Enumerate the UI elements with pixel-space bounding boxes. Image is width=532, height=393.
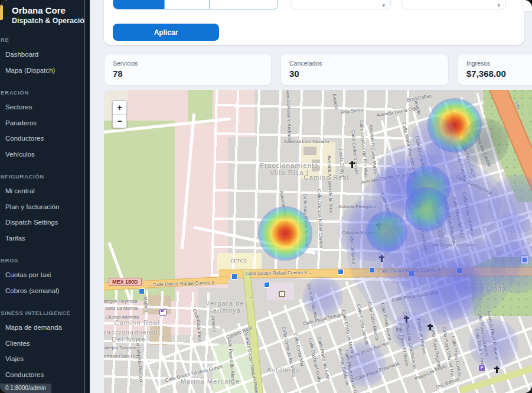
- street-label: ←: [249, 294, 254, 300]
- sidebar-item-vehículos[interactable]: Vehículos: [0, 147, 90, 163]
- neighborhood-label: Fraccionamiento Del Norte: [104, 329, 158, 343]
- app-window: ▾ ▾ Aplicar Servicios78Cancelados30Ingre…: [0, 0, 532, 393]
- sidebar-item-paraderos[interactable]: Paraderos: [0, 115, 90, 131]
- supermarket-cart-icon: [159, 309, 167, 316]
- bus-stop-icon: [139, 288, 145, 294]
- sidebar-item-tarifas[interactable]: Tarifas: [0, 230, 90, 246]
- sidebar-section-label: BROS: [0, 253, 90, 267]
- church-cross-icon: [406, 316, 407, 323]
- segment-middle[interactable]: [164, 0, 210, 9]
- app-subtitle: Dispatch & Operación: [0, 16, 90, 25]
- neighborhood-label: Playa Linda: [465, 285, 507, 292]
- church-cross-icon: [351, 161, 353, 168]
- street-label: CETCS: [230, 258, 246, 264]
- church-cross-icon: [378, 223, 380, 229]
- filter-select-3[interactable]: [522, 0, 532, 12]
- app-logo: [0, 5, 3, 20]
- street-label: Cristina Amparan: [342, 230, 378, 235]
- sidebar-item-dispatch-settings[interactable]: Dispatch Settings: [0, 215, 90, 230]
- sidebar-item-conductores[interactable]: Conductores: [0, 367, 90, 383]
- map-zoom-control: + −: [112, 100, 127, 128]
- demand-heatmap[interactable]: MEX 180D Avenida Rosario AndradeAvenida …: [104, 90, 532, 393]
- sidebar-item-sectores[interactable]: Sectores: [0, 99, 90, 115]
- status-url-tooltip: 0.1:8000/admin: [0, 384, 51, 393]
- street-label: Avenida Lolo Navarro: [284, 139, 329, 144]
- zoom-out-button[interactable]: −: [113, 115, 126, 128]
- stat-card-cancelados: Cancelados30: [280, 54, 449, 86]
- stat-value: 30: [289, 69, 440, 79]
- street-label: Cerrada Poza Rica: [104, 353, 141, 359]
- neighborhood-label: Marina Mercante: [181, 378, 240, 385]
- neighborhood-label: Camino Real: [304, 174, 350, 181]
- segment-active[interactable]: [113, 0, 164, 9]
- street-label: Soto La Marina: [106, 306, 138, 311]
- sidebar-item-mi-central[interactable]: Mi central: [0, 183, 90, 199]
- bus-stop-icon: [369, 267, 375, 273]
- sidebar-item-mapa-dispatch[interactable]: Mapa (Dispatch): [0, 63, 90, 79]
- sidebar-item-plan-y-facturación[interactable]: Plan y facturación: [0, 199, 90, 215]
- sidebar-item-viajes[interactable]: Viajes: [0, 351, 90, 367]
- bus-stop-icon: [409, 271, 414, 277]
- sidebar: Orbana Core Dispatch & Operación REDashb…: [0, 0, 90, 393]
- bus-stop-icon: [456, 268, 462, 274]
- stat-label: Cancelados: [289, 60, 440, 67]
- stat-value: $7,368.00: [466, 69, 532, 79]
- cinema-icon: [279, 291, 285, 297]
- zoom-in-button[interactable]: +: [113, 101, 126, 115]
- app-title: Orbana Core: [0, 0, 90, 16]
- stat-label: Ingresos: [466, 60, 532, 67]
- sidebar-item-dashboard[interactable]: Dashboard: [0, 47, 90, 63]
- neighborhood-label: Camino Real: [115, 319, 160, 326]
- sidebar-section-label: RE: [0, 33, 90, 47]
- apply-button[interactable]: Aplicar: [113, 24, 219, 41]
- sidebar-item-clientes[interactable]: Clientes: [0, 336, 90, 352]
- filter-select-1[interactable]: ▾: [291, 0, 391, 9]
- street-label: Calle Playa Los Cocos: [428, 242, 475, 248]
- heat-point-low: [488, 174, 532, 233]
- street-label: Callejón Tuxpam: [104, 345, 136, 350]
- street-label: Antonia Peregrino: [338, 204, 376, 209]
- stat-label: Servicios: [113, 60, 263, 67]
- filter-panel: ▾ ▾ Aplicar: [104, 0, 524, 45]
- sidebar-section-label: ERACIÓN: [0, 85, 90, 99]
- neighborhood-label: Vergara de Tarimoya: [205, 300, 244, 314]
- parking-icon: P: [479, 365, 485, 371]
- stat-value: 78: [113, 69, 263, 79]
- street-label: ←: [296, 123, 301, 128]
- segment-right[interactable]: [210, 0, 278, 9]
- stat-card-servicios: Servicios78: [104, 54, 272, 86]
- filter-select-2[interactable]: ▾: [402, 0, 506, 9]
- sidebar-item-cobros-semanal[interactable]: Cobros (semanal): [0, 283, 90, 299]
- sidebar-item-conductores[interactable]: Conductores: [0, 131, 90, 147]
- sidebar-item-cuotas-por-taxi[interactable]: Cuotas por taxi: [0, 267, 90, 283]
- sidebar-nav: REDashboardMapa (Dispatch)ERACIÓNSectore…: [0, 33, 90, 382]
- neighborhood-label: Astilleros: [267, 366, 301, 373]
- chevron-down-icon: ▾: [382, 2, 385, 8]
- church-cross-icon: [381, 255, 383, 262]
- transit-station-icon: [520, 255, 529, 264]
- street-label: →: [379, 158, 384, 163]
- bus-stop-icon: [231, 274, 237, 280]
- period-segmented-control: [113, 0, 278, 9]
- bus-stop-icon: [264, 282, 270, 288]
- chevron-down-icon: ▾: [497, 2, 500, 8]
- stats-row: Servicios78Cancelados30Ingresos$7,368.00: [104, 54, 532, 86]
- highway-shield: MEX 180D: [109, 278, 142, 286]
- bus-stop-icon: [338, 269, 344, 275]
- church-cross-icon: [496, 366, 498, 373]
- sidebar-section-label: NFIGURACIÓN: [0, 169, 90, 183]
- stat-card-ingresos: Ingresos$7,368.00: [458, 54, 532, 86]
- street-label: Callejón Reynosa: [104, 298, 137, 304]
- sidebar-item-mapa-de-demanda[interactable]: Mapa de demanda: [0, 320, 90, 336]
- sidebar-section-label: SINESS INTELLIGENCE: [0, 306, 90, 320]
- sidebar-scrollbar-track: [85, 0, 90, 393]
- church-cross-icon: [429, 324, 431, 330]
